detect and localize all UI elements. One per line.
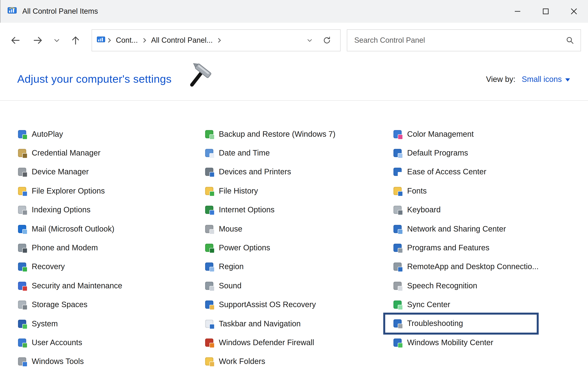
- item-label: Taskbar and Navigation: [219, 319, 301, 328]
- item-label: Fonts: [407, 186, 427, 196]
- devices-and-printers-icon: [205, 168, 213, 176]
- control-panel-item-fonts[interactable]: Fonts: [393, 181, 539, 201]
- recent-locations-chevron-icon[interactable]: [49, 29, 64, 52]
- control-panel-item-region[interactable]: Region: [205, 257, 336, 276]
- item-label: Network and Sharing Center: [407, 224, 506, 233]
- navigation-toolbar: Cont... All Control Panel...: [0, 23, 588, 58]
- control-panel-item-programs-and-features[interactable]: Programs and Features: [393, 238, 539, 257]
- control-panel-item-security-and-maintenance[interactable]: Security and Maintenance: [18, 276, 122, 295]
- control-panel-item-taskbar-and-navigation[interactable]: Taskbar and Navigation: [205, 314, 336, 333]
- minimize-button[interactable]: [504, 0, 532, 23]
- autoplay-icon: [18, 130, 26, 138]
- control-panel-item-file-explorer-options[interactable]: File Explorer Options: [18, 181, 122, 201]
- item-label: System: [32, 319, 58, 328]
- address-bar[interactable]: Cont... All Control Panel...: [92, 29, 341, 51]
- control-panel-item-network-and-sharing-center[interactable]: Network and Sharing Center: [393, 219, 539, 238]
- control-panel-item-power-options[interactable]: Power Options: [205, 238, 336, 257]
- indexing-options-icon: [18, 206, 26, 214]
- troubleshooting-icon: [393, 319, 402, 328]
- network-and-sharing-center-icon: [393, 225, 402, 233]
- control-panel-item-file-history[interactable]: File History: [205, 181, 336, 201]
- item-label: Keyboard: [407, 205, 441, 215]
- control-panel-item-default-programs[interactable]: Default Programs: [393, 144, 539, 163]
- control-panel-item-user-accounts[interactable]: User Accounts: [18, 333, 122, 352]
- control-panel-item-storage-spaces[interactable]: Storage Spaces: [18, 295, 122, 314]
- control-panel-item-backup-and-restore[interactable]: Backup and Restore (Windows 7): [205, 125, 336, 144]
- view-by-dropdown[interactable]: Small icons: [522, 75, 570, 84]
- control-panel-item-work-folders[interactable]: Work Folders: [205, 352, 336, 371]
- control-panel-item-ease-of-access-center[interactable]: Ease of Access Center: [393, 163, 539, 181]
- backup-and-restore-icon: [205, 130, 213, 138]
- item-label: Phone and Modem: [32, 243, 98, 252]
- control-panel-item-phone-and-modem[interactable]: Phone and Modem: [18, 238, 122, 257]
- item-label: User Accounts: [32, 338, 82, 347]
- maximize-button[interactable]: [532, 0, 560, 23]
- ease-of-access-center-icon: [393, 168, 402, 176]
- control-panel-item-devices-and-printers[interactable]: Devices and Printers: [205, 163, 336, 181]
- control-panel-item-remoteapp-and-desktop-connections[interactable]: RemoteApp and Desktop Connectio...: [393, 257, 539, 276]
- control-panel-item-mail[interactable]: Mail (Microsoft Outlook): [18, 219, 122, 238]
- item-label: Windows Mobility Center: [407, 338, 493, 347]
- search-icon[interactable]: [566, 36, 574, 45]
- windows-mobility-center-icon: [393, 338, 402, 347]
- back-button[interactable]: [4, 29, 27, 52]
- control-panel-item-sound[interactable]: Sound: [205, 276, 336, 295]
- breadcrumb-segment-all-items[interactable]: All Control Panel...: [148, 36, 215, 45]
- control-panel-item-autoplay[interactable]: AutoPlay: [18, 125, 122, 144]
- control-panel-item-device-manager[interactable]: Device Manager: [18, 163, 122, 181]
- view-by-chevron-icon: [565, 78, 570, 81]
- control-panel-item-recovery[interactable]: Recovery: [18, 257, 122, 276]
- control-panel-app-icon: [7, 6, 17, 17]
- phone-and-modem-icon: [18, 244, 26, 252]
- default-programs-icon: [393, 149, 402, 157]
- control-panel-item-indexing-options[interactable]: Indexing Options: [18, 201, 122, 219]
- close-button[interactable]: [560, 0, 588, 23]
- control-panel-item-credential-manager[interactable]: Credential Manager: [18, 144, 122, 163]
- search-box[interactable]: [347, 29, 581, 51]
- system-icon: [18, 319, 26, 328]
- control-panel-item-mouse[interactable]: Mouse: [205, 219, 336, 238]
- forward-button[interactable]: [27, 29, 49, 52]
- control-panel-item-windows-tools[interactable]: Windows Tools: [18, 352, 122, 371]
- storage-spaces-icon: [18, 300, 26, 309]
- sound-icon: [205, 282, 213, 290]
- page-header: Adjust your computer's settings View by:…: [0, 58, 588, 101]
- programs-and-features-icon: [393, 244, 402, 252]
- control-panel-item-color-management[interactable]: Color Management: [393, 125, 539, 144]
- control-panel-item-system[interactable]: System: [18, 314, 122, 333]
- address-dropdown-chevron-icon[interactable]: [301, 31, 318, 50]
- control-panel-item-windows-mobility-center[interactable]: Windows Mobility Center: [393, 333, 539, 352]
- power-options-icon: [205, 244, 213, 252]
- breadcrumb-segment-control-panel[interactable]: Cont...: [113, 36, 141, 45]
- item-label: Sync Center: [407, 300, 450, 309]
- control-panel-item-supportassist-os-recovery[interactable]: SupportAssist OS Recovery: [205, 295, 336, 314]
- windows-defender-firewall-icon: [205, 338, 213, 347]
- control-panel-item-internet-options[interactable]: Internet Options: [205, 201, 336, 219]
- search-input[interactable]: [354, 36, 563, 45]
- device-manager-icon: [18, 168, 26, 176]
- title-bar: All Control Panel Items: [0, 0, 588, 23]
- control-panel-item-troubleshooting[interactable]: Troubleshooting: [383, 313, 539, 335]
- window-title: All Control Panel Items: [22, 7, 98, 16]
- control-panel-item-windows-defender-firewall[interactable]: Windows Defender Firewall: [205, 333, 336, 352]
- item-label: Power Options: [219, 243, 270, 252]
- breadcrumb-separator-icon: [105, 38, 113, 43]
- item-label: Windows Defender Firewall: [219, 338, 314, 347]
- control-panel-item-date-and-time[interactable]: Date and Time: [205, 144, 336, 163]
- mail-icon: [18, 225, 26, 233]
- control-panel-item-speech-recognition[interactable]: Speech Recognition: [393, 276, 539, 295]
- control-panel-items-area: AutoPlayCredential ManagerDevice Manager…: [0, 101, 588, 381]
- mouse-icon: [205, 225, 213, 233]
- item-label: RemoteApp and Desktop Connectio...: [407, 262, 539, 271]
- items-column-3: Color ManagementDefault ProgramsEase of …: [393, 125, 539, 352]
- work-folders-icon: [205, 358, 213, 366]
- item-label: Recovery: [32, 262, 65, 271]
- file-history-icon: [205, 187, 213, 195]
- item-label: Region: [219, 262, 244, 271]
- refresh-icon[interactable]: [318, 31, 336, 50]
- control-panel-item-sync-center[interactable]: Sync Center: [393, 295, 539, 314]
- control-panel-item-keyboard[interactable]: Keyboard: [393, 201, 539, 219]
- up-button[interactable]: [64, 29, 87, 52]
- internet-options-icon: [205, 206, 213, 214]
- keyboard-icon: [393, 206, 402, 214]
